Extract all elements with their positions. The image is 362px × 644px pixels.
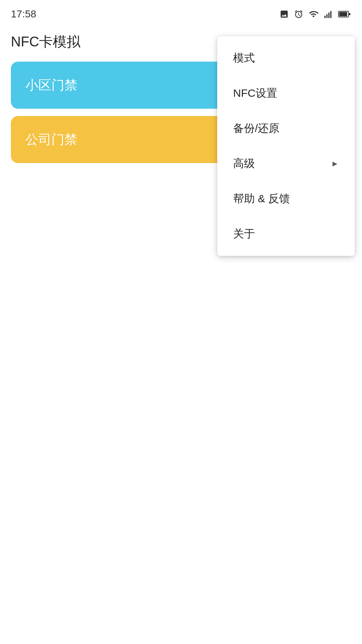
card-company-gate-label: 公司门禁	[25, 131, 77, 149]
card-community-gate-label: 小区门禁	[25, 76, 77, 94]
status-icons	[279, 9, 351, 19]
menu-item-help-feedback[interactable]: 帮助 & 反馈	[217, 181, 355, 216]
menu-item-mode-label: 模式	[233, 51, 255, 66]
menu-item-nfc-settings-label: NFC设置	[233, 86, 277, 101]
app-title: NFC卡模拟	[11, 33, 80, 51]
menu-item-help-feedback-label: 帮助 & 反馈	[233, 191, 290, 206]
svg-rect-0	[324, 16, 325, 18]
chevron-right-icon: ►	[331, 159, 339, 169]
menu-item-about-label: 关于	[233, 227, 255, 241]
menu-item-backup-restore[interactable]: 备份/还原	[217, 111, 355, 146]
menu-item-nfc-settings[interactable]: NFC设置	[217, 76, 355, 111]
signal-icon	[324, 9, 333, 19]
svg-rect-1	[327, 14, 328, 18]
menu-item-advanced-label: 高级	[233, 156, 255, 171]
menu-item-about[interactable]: 关于	[217, 216, 355, 252]
svg-rect-6	[349, 13, 350, 15]
menu-item-backup-restore-label: 备份/还原	[233, 121, 279, 136]
alarm-icon	[294, 9, 303, 19]
svg-rect-5	[339, 12, 347, 16]
wifi-icon	[308, 9, 319, 19]
status-time: 17:58	[11, 8, 36, 20]
svg-rect-3	[330, 11, 331, 18]
battery-icon	[338, 10, 351, 18]
menu-item-mode[interactable]: 模式	[217, 41, 355, 76]
svg-rect-2	[328, 13, 329, 18]
dropdown-menu: 模式 NFC设置 备份/还原 高级 ► 帮助 & 反馈 关于	[217, 36, 355, 256]
image-icon	[279, 9, 289, 19]
menu-item-advanced[interactable]: 高级 ►	[217, 146, 355, 181]
status-bar: 17:58	[0, 0, 362, 25]
